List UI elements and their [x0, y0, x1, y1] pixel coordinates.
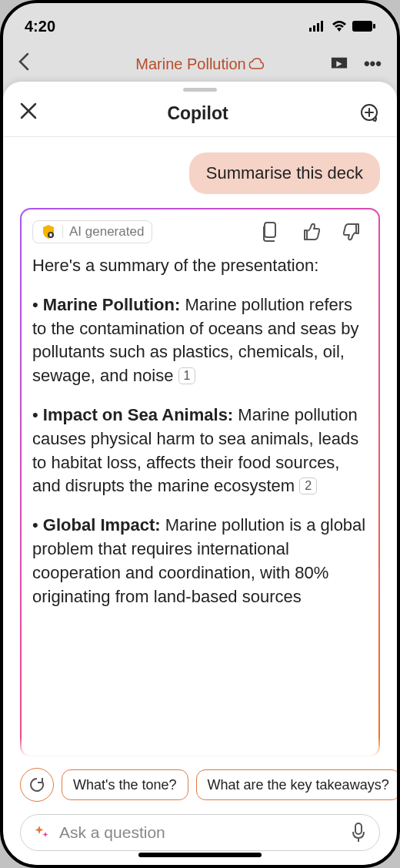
close-button[interactable] [20, 102, 37, 124]
bullet-1: • Marine Pollution: Marine pollution ref… [32, 293, 368, 388]
sparkle-icon [33, 824, 50, 841]
user-message: Summarise this deck [189, 152, 380, 194]
suggestions-row: What's the tone? What are the key takeaw… [3, 757, 397, 808]
input-placeholder: Ask a question [59, 823, 341, 842]
mic-icon[interactable] [350, 823, 367, 843]
response-text: Here's a summary of the presentation: • … [32, 254, 368, 608]
svg-rect-3 [321, 21, 323, 32]
more-icon[interactable]: ••• [364, 54, 382, 74]
copilot-sheet: Copilot Summarise this deck AI generated [3, 82, 397, 865]
suggestion-pill-2[interactable]: What are the key takeaways? [196, 769, 397, 801]
ai-generated-badge: AI generated [32, 220, 152, 243]
ai-badge-text: AI generated [69, 224, 144, 240]
response-intro: Here's a summary of the presentation: [32, 254, 368, 278]
wifi-icon [331, 20, 348, 32]
citation-2[interactable]: 2 [299, 478, 317, 494]
status-time: 4:20 [25, 18, 55, 35]
svg-rect-10 [355, 823, 362, 834]
cellular-icon [309, 21, 326, 32]
sheet-title: Copilot [167, 103, 228, 124]
svg-rect-9 [265, 223, 275, 237]
status-bar: 4:20 [3, 3, 397, 45]
shield-icon [41, 224, 56, 240]
thumbs-down-icon[interactable] [343, 222, 362, 242]
chat-area: Summarise this deck AI generated [3, 137, 397, 757]
bullet-3: • Global Impact: Marine pollution is a g… [32, 514, 368, 608]
new-chat-button[interactable] [358, 102, 380, 124]
ai-response-card: AI generated Here's a summary of the pre… [20, 208, 380, 757]
cloud-icon [249, 58, 265, 70]
svg-rect-8 [50, 233, 52, 236]
doc-title[interactable]: Marine Pollution [135, 55, 264, 73]
app-header: Marine Pollution ••• [3, 45, 397, 83]
presentation-icon[interactable] [328, 55, 350, 72]
copy-icon[interactable] [260, 222, 278, 242]
bullet-2: • Impact on Sea Animals: Marine pollutio… [32, 404, 368, 498]
svg-rect-4 [352, 21, 372, 32]
back-button[interactable] [18, 52, 29, 76]
status-icons [309, 20, 375, 32]
suggestion-pill-1[interactable]: What's the tone? [62, 769, 188, 801]
refresh-button[interactable] [20, 768, 54, 802]
svg-rect-0 [309, 28, 312, 32]
battery-icon [352, 21, 375, 32]
svg-rect-2 [317, 23, 319, 32]
svg-rect-1 [313, 25, 315, 32]
thumbs-up-icon[interactable] [302, 222, 320, 242]
citation-1[interactable]: 1 [178, 367, 196, 384]
svg-rect-5 [373, 24, 375, 28]
doc-title-text: Marine Pollution [135, 55, 245, 73]
sheet-header: Copilot [3, 92, 397, 137]
home-indicator[interactable] [138, 853, 262, 857]
input-box[interactable]: Ask a question [20, 814, 380, 851]
